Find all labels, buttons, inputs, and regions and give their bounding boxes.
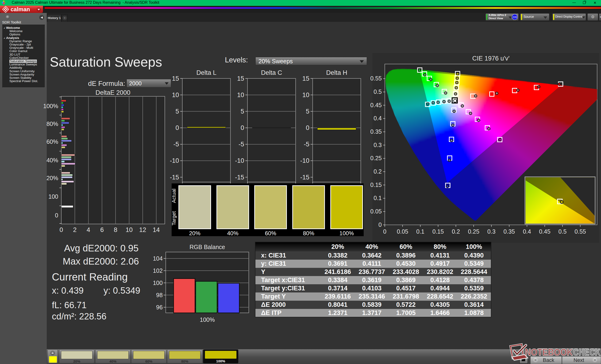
svg-text:10: 10 — [172, 91, 179, 98]
svg-text:0.1: 0.1 — [416, 228, 424, 235]
svg-text:102: 102 — [153, 267, 163, 274]
svg-text:0.2: 0.2 — [373, 168, 382, 175]
svg-text:10: 10 — [302, 91, 310, 98]
svg-text:40%: 40% — [47, 157, 58, 163]
svg-text:0.1: 0.1 — [373, 195, 382, 201]
svg-text:DeltaE 2000: DeltaE 2000 — [96, 89, 130, 96]
svg-text:15: 15 — [302, 75, 310, 82]
svg-text:60%: 60% — [47, 138, 58, 145]
svg-text:10: 10 — [237, 91, 244, 98]
svg-text:0.2: 0.2 — [452, 228, 460, 235]
svg-text:14: 14 — [153, 226, 160, 233]
svg-text:-10: -10 — [170, 157, 179, 164]
svg-text:0.55: 0.55 — [574, 228, 586, 235]
svg-text:Delta C: Delta C — [261, 69, 282, 76]
svg-text:0.15: 0.15 — [370, 182, 382, 188]
svg-text:0.05: 0.05 — [397, 228, 408, 235]
svg-text:4: 4 — [87, 226, 90, 233]
svg-text:100%: 100% — [200, 316, 215, 323]
svg-text:-10: -10 — [235, 157, 244, 164]
svg-text:2: 2 — [73, 226, 77, 233]
svg-text:12: 12 — [139, 226, 146, 233]
svg-text:0: 0 — [241, 124, 244, 131]
svg-text:0: 0 — [176, 124, 179, 131]
svg-text:0.5: 0.5 — [559, 228, 567, 235]
svg-text:0.5: 0.5 — [373, 88, 382, 95]
svg-text:0.35: 0.35 — [370, 128, 382, 135]
svg-text:-5: -5 — [304, 141, 310, 148]
svg-text:0.45: 0.45 — [539, 228, 551, 235]
svg-text:0.15: 0.15 — [432, 228, 444, 235]
svg-text:0.3: 0.3 — [487, 228, 496, 235]
svg-text:10: 10 — [126, 226, 133, 233]
svg-text:0: 0 — [383, 228, 386, 235]
svg-text:96: 96 — [156, 304, 163, 311]
svg-text:Delta H: Delta H — [326, 69, 347, 76]
svg-text:0.25: 0.25 — [468, 228, 479, 235]
svg-text:Delta L: Delta L — [196, 69, 216, 76]
svg-text:RGB Balance: RGB Balance — [190, 244, 225, 250]
svg-text:0.45: 0.45 — [370, 102, 382, 108]
svg-text:0.55: 0.55 — [370, 75, 382, 82]
svg-text:98: 98 — [156, 292, 163, 298]
svg-text:0.05: 0.05 — [370, 208, 382, 215]
svg-text:0.3: 0.3 — [373, 142, 382, 148]
svg-text:104: 104 — [153, 255, 163, 262]
svg-text:0: 0 — [55, 212, 58, 219]
svg-text:100%: 100% — [43, 103, 58, 109]
svg-text:100: 100 — [48, 193, 58, 200]
svg-text:0.4: 0.4 — [523, 228, 531, 235]
svg-text:0: 0 — [60, 226, 63, 233]
svg-text:8: 8 — [114, 226, 117, 233]
svg-text:-10: -10 — [300, 157, 310, 164]
svg-text:0: 0 — [379, 221, 382, 228]
svg-text:5: 5 — [306, 108, 310, 115]
svg-text:0.35: 0.35 — [504, 228, 515, 235]
svg-text:-15: -15 — [170, 174, 179, 181]
svg-text:NOTEBOOK: NOTEBOOK — [525, 346, 573, 358]
svg-text:6: 6 — [100, 226, 104, 233]
svg-text:-5: -5 — [173, 141, 179, 148]
svg-text:-15: -15 — [235, 174, 244, 181]
svg-text:20%: 20% — [47, 175, 58, 181]
svg-text:15: 15 — [172, 75, 179, 82]
svg-text:0: 0 — [306, 124, 310, 131]
svg-text:0.25: 0.25 — [370, 155, 382, 161]
svg-text:0.4: 0.4 — [373, 115, 382, 122]
svg-text:5: 5 — [176, 108, 179, 115]
svg-text:100: 100 — [153, 279, 163, 286]
svg-text:80%: 80% — [47, 121, 58, 127]
svg-text:CIE 1976 u'v': CIE 1976 u'v' — [472, 55, 510, 62]
svg-text:15: 15 — [237, 75, 244, 82]
svg-text:5: 5 — [241, 108, 244, 115]
svg-text:CHECK: CHECK — [573, 346, 601, 358]
svg-text:-5: -5 — [239, 141, 244, 148]
svg-text:-15: -15 — [300, 174, 310, 181]
